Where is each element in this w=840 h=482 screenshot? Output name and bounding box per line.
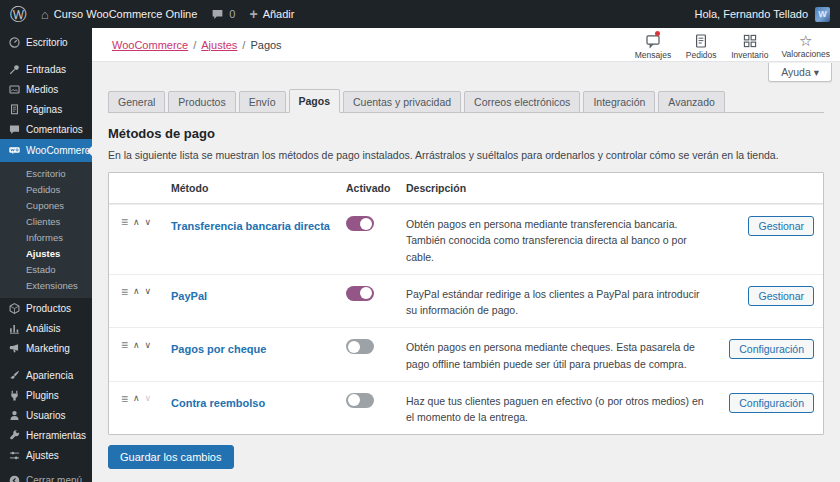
comments-count: 0 [229, 8, 235, 20]
submenu-item-cupones[interactable]: Cupones [0, 198, 92, 214]
tab-cuentas-privacidad[interactable]: Cuentas y privacidad [343, 91, 461, 113]
comment-bubble-icon [211, 8, 224, 21]
collapse-menu-button[interactable]: Cerrar menú [0, 470, 92, 482]
tab-general[interactable]: General [108, 91, 165, 113]
method-description: PayPal estándar redirige a los clientes … [406, 286, 727, 319]
method-description: Obtén pagos en persona mediante transfer… [406, 216, 727, 265]
move-down-icon[interactable]: ∨ [145, 287, 152, 296]
users-icon [7, 408, 21, 422]
method-link[interactable]: Pagos por cheque [171, 343, 266, 355]
sidebar-item-productos[interactable]: Productos [0, 298, 92, 318]
sidebar-item-label: Medios [26, 84, 58, 95]
sidebar-item-escritorio[interactable]: Escritorio [0, 32, 92, 52]
enabled-toggle[interactable] [346, 286, 374, 301]
column-metodo: Método [171, 182, 346, 194]
submenu-item-extensiones[interactable]: Extensiones [0, 278, 92, 294]
submenu-item-clientes[interactable]: Clientes [0, 214, 92, 230]
move-down-icon[interactable]: ∨ [145, 394, 152, 403]
main-content: WooCommerce / Ajustes / Pagos Mensajes P… [92, 28, 840, 482]
woocommerce-header: WooCommerce / Ajustes / Pagos Mensajes P… [92, 28, 840, 62]
drag-handle-icon[interactable]: ≡ [121, 216, 128, 228]
woocommerce-icon [7, 144, 21, 158]
comments-shortcut[interactable]: 0 [211, 8, 235, 21]
tab-correos[interactable]: Correos electrónicos [464, 91, 580, 113]
tab-integracion[interactable]: Integración [583, 91, 655, 113]
analytics-icon [7, 321, 21, 335]
sidebar-item-paginas[interactable]: Páginas [0, 99, 92, 119]
move-down-icon[interactable]: ∨ [145, 218, 152, 227]
appearance-icon [7, 368, 21, 382]
method-description: Haz que tus clientes paguen en efectivo … [406, 393, 727, 426]
method-link[interactable]: Contra reembolso [171, 397, 265, 409]
breadcrumb-ajustes-link[interactable]: Ajustes [201, 39, 237, 51]
comments-icon [7, 122, 21, 136]
sidebar-item-woocommerce[interactable]: WooCommerce [0, 139, 92, 162]
table-row: ≡ ∧ ∨ Transferencia bancaria directa Obt… [109, 204, 823, 274]
submenu-item-pedidos[interactable]: Pedidos [0, 182, 92, 198]
sidebar-item-usuarios[interactable]: Usuarios [0, 405, 92, 425]
save-changes-button[interactable]: Guardar los cambios [108, 445, 234, 469]
table-row: ≡ ∧ ∨ Pagos por cheque Obtén pagos en pe… [109, 327, 823, 381]
tab-productos[interactable]: Productos [168, 91, 235, 113]
manage-button[interactable]: Gestionar [748, 286, 814, 306]
move-down-icon[interactable]: ∨ [145, 341, 152, 350]
drag-handle-icon[interactable]: ≡ [121, 393, 128, 405]
enabled-toggle[interactable] [346, 339, 374, 354]
sidebar-item-ajustes[interactable]: Ajustes [0, 445, 92, 465]
drag-handle-icon[interactable]: ≡ [121, 339, 128, 351]
sidebar-item-analisis[interactable]: Análisis [0, 318, 92, 338]
drag-handle-icon[interactable]: ≡ [121, 286, 128, 298]
sidebar-item-label: Análisis [26, 323, 60, 334]
activity-mensajes-button[interactable]: Mensajes [635, 33, 671, 60]
sidebar-item-label: Escritorio [26, 37, 68, 48]
media-icon [7, 82, 21, 96]
sidebar-item-label: Páginas [26, 104, 62, 115]
user-greeting[interactable]: Hola, Fernando Tellado [694, 8, 808, 20]
configure-button[interactable]: Configuración [729, 339, 814, 359]
method-link[interactable]: Transferencia bancaria directa [171, 220, 330, 232]
sidebar-item-label: Marketing [26, 343, 70, 354]
avatar[interactable]: W [815, 7, 830, 22]
breadcrumb-woocommerce-link[interactable]: WooCommerce [112, 39, 188, 51]
sidebar-item-apariencia[interactable]: Apariencia [0, 365, 92, 385]
wordpress-logo-icon[interactable]: Ⓦ [10, 6, 27, 23]
sidebar-item-marketing[interactable]: Marketing [0, 338, 92, 358]
submenu-item-ajustes[interactable]: Ajustes [0, 246, 92, 262]
enabled-toggle[interactable] [346, 393, 374, 408]
column-activado: Activado [346, 182, 406, 194]
tab-envio[interactable]: Envío [239, 91, 286, 113]
submenu-item-escritorio[interactable]: Escritorio [0, 166, 92, 182]
marketing-icon [7, 341, 21, 355]
tab-avanzado[interactable]: Avanzado [658, 91, 725, 113]
activity-pedidos-button[interactable]: Pedidos [684, 33, 718, 60]
tab-pagos[interactable]: Pagos [289, 89, 341, 113]
plus-icon: + [249, 6, 257, 22]
submenu-item-informes[interactable]: Informes [0, 230, 92, 246]
submenu-item-estado[interactable]: Estado [0, 262, 92, 278]
move-up-icon[interactable]: ∧ [133, 394, 140, 403]
sidebar-item-medios[interactable]: Medios [0, 79, 92, 99]
add-new-button[interactable]: + Añadir [249, 6, 294, 22]
move-up-icon[interactable]: ∧ [133, 218, 140, 227]
site-name-link[interactable]: ⌂ Curso WooCommerce Online [41, 7, 197, 22]
column-descripcion: Descripción [406, 182, 727, 194]
enabled-toggle[interactable] [346, 216, 374, 231]
sidebar-item-label: WooCommerce [26, 145, 92, 156]
sidebar-item-comentarios[interactable]: Comentarios [0, 119, 92, 139]
help-button[interactable]: Ayuda ▾ [768, 63, 832, 82]
method-link[interactable]: PayPal [171, 290, 207, 302]
admin-bar: Ⓦ ⌂ Curso WooCommerce Online 0 + Añadir … [0, 0, 840, 28]
activity-valoraciones-button[interactable]: ☆ Valoraciones [781, 33, 830, 59]
move-up-icon[interactable]: ∧ [133, 287, 140, 296]
sidebar-item-plugins[interactable]: Plugins [0, 385, 92, 405]
reviews-icon: ☆ [799, 33, 812, 48]
sidebar-item-herramientas[interactable]: Herramientas [0, 425, 92, 445]
move-up-icon[interactable]: ∧ [133, 341, 140, 350]
sidebar-item-entradas[interactable]: Entradas [0, 59, 92, 79]
sidebar-item-label: Apariencia [26, 370, 73, 381]
sidebar-item-label: Ajustes [26, 450, 59, 461]
sidebar-item-label: Usuarios [26, 410, 65, 421]
activity-inventario-button[interactable]: Inventario [731, 33, 768, 60]
configure-button[interactable]: Configuración [729, 393, 814, 413]
manage-button[interactable]: Gestionar [748, 216, 814, 236]
